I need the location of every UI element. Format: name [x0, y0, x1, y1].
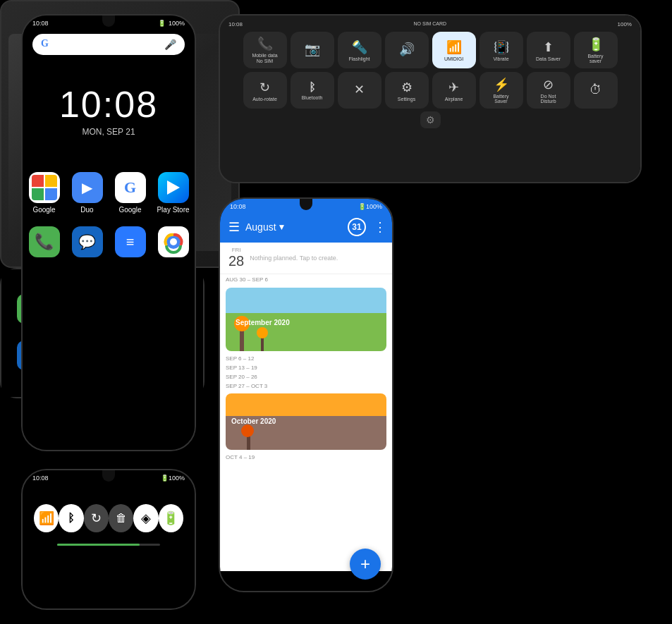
clock-display: 10:08 MON, SEP 21 [23, 83, 195, 137]
cal-header-arrow[interactable]: ▼ [278, 222, 286, 232]
qs-tile-airplane[interactable]: ✈ Airplane [432, 72, 476, 109]
app-google-apps[interactable]: Google [26, 172, 63, 214]
app-chrome[interactable] [155, 226, 192, 260]
phone-4-controls: 10:08 🔋100% 📶 ᛒ ↻ 🗑 ◈ 🔋 [21, 469, 196, 610]
cal-fri-label: Nothing planned. Tap to create. [250, 255, 338, 262]
cal-week-2: SEP 13 – 19 [220, 363, 392, 372]
cluster [32, 175, 57, 200]
app-duo[interactable]: ▶ Duo [69, 172, 106, 214]
qs-tile-settings[interactable]: ⚙ Settings [385, 72, 429, 109]
ctrl-rotate[interactable]: ↻ [84, 504, 109, 532]
qs-tile-mute[interactable]: ✕ [338, 72, 381, 109]
app-label-duo: Duo [80, 206, 93, 214]
app-row-1: Google ▶ Duo G Google Play Store [23, 172, 195, 214]
qs-tile-wifi[interactable]: 📶 UMIDIGI [432, 32, 476, 68]
cal-fab[interactable]: + [360, 556, 370, 573]
qs-tile-vibrate[interactable]: 📳 Vibrate [479, 32, 523, 68]
messages-icon: 💬 [72, 226, 103, 257]
qs-tile-batsave2[interactable]: ⚡ BatterySaver [479, 72, 523, 109]
qs-batsave2-label: BatterySaver [493, 94, 508, 104]
qs-tile-batsaver[interactable]: 🔋 Batterysaver [574, 32, 618, 68]
ctrl-battery[interactable]: 🔋 [159, 504, 183, 532]
cal-aug-range: AUG 30 – SEP 6 [220, 274, 392, 285]
qs-tile-datasaver[interactable]: ⬆ Data Saver [527, 32, 570, 68]
qs-phone-label: Mobile dataNo SIM [252, 53, 277, 63]
cal-oct-week: OCT 4 – 19 [220, 453, 392, 462]
qs-tile-camera[interactable]: 📷 [291, 32, 334, 68]
cal-date-badge: 31 [348, 218, 366, 236]
ctrl-layers[interactable]: ◈ [133, 504, 158, 532]
qs-vibrate-icon: 📳 [494, 39, 509, 55]
qs-battery: 100% [618, 21, 632, 27]
quick-controls: 📶 ᛒ ↻ 🗑 ◈ 🔋 [23, 483, 195, 539]
battery-fill [57, 544, 140, 546]
phone-1: 10:08 🔋 100% G 🎤 10:08 MON, SEP 21 [21, 14, 196, 451]
ctrl-delete[interactable]: 🗑 [109, 504, 133, 532]
qs-flash-label: Flashlight [349, 56, 370, 61]
qs-flash-icon: 🔦 [352, 39, 367, 55]
clock-date: MON, SEP 21 [23, 127, 195, 137]
qs-airplane-icon: ✈ [448, 80, 459, 95]
docs-icon: ≡ [115, 226, 146, 257]
qs-settings-icon: ⚙ [401, 80, 413, 95]
search-bar-1[interactable]: G 🎤 [32, 34, 185, 55]
qs-tile-phone[interactable]: 📞 Mobile dataNo SIM [243, 32, 287, 68]
ctrl-wifi[interactable]: 📶 [34, 504, 59, 532]
sep-label: September 2020 [236, 319, 290, 326]
app-label-playstore: Play Store [157, 206, 189, 214]
google-search-icon: G [115, 172, 146, 203]
qs-tile-dnd[interactable]: ⊘ Do NotDisturb [527, 72, 570, 109]
mic-icon: 🎤 [164, 39, 176, 50]
phone-3-calendar: 10:08 🔋100% ☰ August ▼ 31 ⋮ FRI 28 Nothi… [219, 197, 393, 592]
duo-icon: ▶ [72, 172, 103, 203]
app-play-store[interactable]: Play Store [155, 172, 192, 214]
qs-airplane-label: Airplane [445, 97, 463, 102]
qs-bt-label: Bluetooth [302, 95, 323, 100]
cal-header-hamburger[interactable]: ☰ [228, 219, 240, 235]
qs-tile-flashlight[interactable]: 🔦 Flashlight [338, 32, 381, 68]
qs-edit-icon[interactable]: ⚙ [420, 111, 441, 128]
chrome-icon [158, 226, 189, 257]
qs-timer-icon: ⏱ [589, 82, 602, 97]
svg-point-1 [170, 238, 177, 245]
qs-rotate-icon: ↻ [259, 80, 270, 95]
sep-scene: September 2020 [226, 288, 386, 351]
qs-camera-icon: 📷 [305, 42, 320, 57]
qs-dnd-icon: ⊘ [543, 77, 554, 92]
qs-batsave2-icon: ⚡ [494, 77, 509, 92]
qs-datasaver-icon: ⬆ [543, 39, 554, 55]
cal-week-3: SEP 20 – 26 [220, 372, 392, 381]
calendar-scroll[interactable]: FRI 28 Nothing planned. Tap to create. A… [220, 243, 392, 571]
qs-phone-icon: 📞 [257, 36, 273, 51]
qs-wifi-icon: 📶 [446, 39, 462, 55]
app-messages[interactable]: 💬 [69, 226, 106, 260]
app-google-search[interactable]: G Google [112, 172, 149, 214]
play-triangle [167, 181, 180, 195]
app-phone[interactable]: 📞 [26, 226, 63, 260]
status-time-1: 10:08 [32, 20, 49, 27]
battery-4: 🔋100% [161, 475, 185, 482]
cal-week-1: SEP 6 – 12 [220, 354, 392, 363]
qs-tile-rotate[interactable]: ↻ Auto-rotate [243, 72, 287, 109]
qs-tile-timer[interactable]: ⏱ [574, 72, 618, 109]
app-docs[interactable]: ≡ [112, 226, 149, 260]
battery-bar [57, 544, 160, 546]
app-row-2: 📞 💬 ≡ [23, 226, 195, 260]
cal-header-month: August [245, 221, 276, 233]
app-label-google2: Google [118, 206, 141, 214]
app-label-google: Google [32, 206, 55, 214]
phone-app-icon: 📞 [29, 226, 60, 257]
cal-more[interactable]: ⋮ [374, 219, 386, 235]
battery-icon: 🔋 [158, 20, 166, 27]
qs-time: 10:08 [228, 21, 243, 27]
qs-datasaver-label: Data Saver [536, 56, 561, 61]
ctrl-bluetooth[interactable]: ᛒ [59, 504, 83, 532]
qs-nosimcard: NO SIM CARD [413, 21, 446, 27]
clock-time: 10:08 [23, 83, 195, 126]
qs-dnd-label: Do NotDisturb [540, 94, 556, 104]
qs-tile-bt[interactable]: ᛒ Bluetooth [291, 72, 334, 109]
qs-wifi-label: UMIDIGI [444, 56, 463, 61]
qs-settings-label: Settings [398, 97, 415, 102]
status-time-3: 10:08 [230, 203, 246, 210]
qs-tile-audio[interactable]: 🔊 [385, 32, 429, 68]
